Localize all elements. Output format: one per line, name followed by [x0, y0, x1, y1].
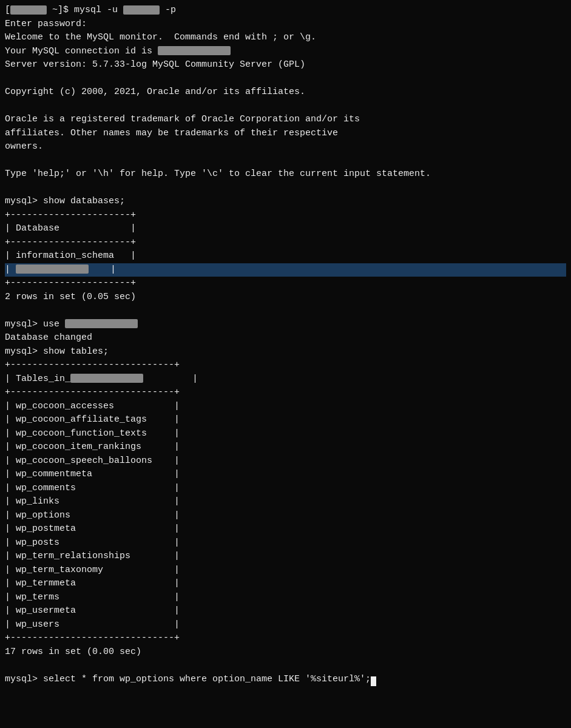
oracle-line-1: Oracle is a registered trademark of Orac… [5, 113, 566, 127]
redacted-connection-id [158, 46, 231, 55]
command-line: [ ~]$ mysql -u -p [5, 4, 566, 18]
table-row-03: | wp_cocoon_function_texts | [5, 427, 566, 441]
table-row-16: | wp_usermeta | [5, 604, 566, 618]
copyright-line: Copyright (c) 2000, 2021, Oracle and/or … [5, 86, 566, 99]
db-header-line: | Database | [5, 222, 566, 236]
enter-password-line: Enter password: [5, 18, 566, 32]
terminal-wrapper: [ ~]$ mysql -u -p Enter password: Welcom… [0, 0, 571, 728]
empty-line-3 [5, 154, 566, 168]
terminal-cursor [371, 676, 376, 687]
table-row-06: | wp_commentmeta | [5, 468, 566, 482]
show-databases-cmd: mysql> show databases; [5, 195, 566, 209]
empty-line-6 [5, 659, 566, 673]
table-row-15: | wp_terms | [5, 591, 566, 605]
table-row-11: | wp_posts | [5, 536, 566, 550]
welcome-line: Welcome to the MySQL monitor. Commands e… [5, 31, 566, 45]
table-row-13: | wp_term_taxonomy | [5, 564, 566, 578]
table-row-01: | wp_cocoon_accesses | [5, 400, 566, 414]
db-row-info-schema: | information_schema | [5, 249, 566, 263]
use-cmd-line: mysql> use [5, 318, 566, 332]
tables-rows-count: 17 rows in set (0.00 sec) [5, 645, 566, 659]
redacted-username [10, 5, 47, 15]
tables-header-line: | Tables_in_ | [5, 372, 566, 386]
redacted-tables-db [70, 374, 143, 383]
db-sep-1: +----------------------+ [5, 209, 566, 223]
db-sep-2: +----------------------+ [5, 236, 566, 250]
select-cmd-line[interactable]: mysql> select * from wp_options where op… [5, 673, 566, 687]
table-row-08: | wp_links | [5, 495, 566, 509]
help-text-line: Type 'help;' or '\h' for help. Type '\c'… [5, 167, 566, 181]
table-row-05: | wp_cocoon_speech_balloons | [5, 454, 566, 468]
server-version-line: Server version: 5.7.33-log MySQL Communi… [5, 58, 566, 72]
empty-line-2 [5, 99, 566, 113]
db-row-redacted: | | [5, 263, 566, 277]
db-changed-line: Database changed [5, 331, 566, 345]
table-row-07: | wp_comments | [5, 482, 566, 496]
show-tables-cmd: mysql> show tables; [5, 345, 566, 359]
table-row-12: | wp_term_relationships | [5, 550, 566, 564]
tables-sep-3: +------------------------------+ [5, 632, 566, 645]
db-sep-3: +----------------------+ [5, 277, 566, 291]
table-row-14: | wp_termmeta | [5, 577, 566, 591]
redacted-use-db [65, 319, 138, 328]
tables-sep-1: +------------------------------+ [5, 359, 566, 372]
oracle-line-2: affiliates. Other names may be trademark… [5, 127, 566, 141]
empty-line-4 [5, 181, 566, 195]
connection-id-line: Your MySQL connection id is [5, 45, 566, 59]
redacted-db-name [16, 265, 89, 274]
table-row-10: | wp_postmeta | [5, 522, 566, 536]
table-row-04: | wp_cocoon_item_rankings | [5, 440, 566, 454]
redacted-dbuser [123, 5, 160, 15]
table-row-09: | wp_options | [5, 509, 566, 523]
db-rows-count: 2 rows in set (0.05 sec) [5, 291, 566, 305]
table-row-02: | wp_cocoon_affiliate_tags | [5, 413, 566, 427]
empty-line-5 [5, 304, 566, 318]
table-row-17: | wp_users | [5, 618, 566, 632]
empty-line-1 [5, 72, 566, 86]
oracle-line-3: owners. [5, 140, 566, 154]
tables-sep-2: +------------------------------+ [5, 386, 566, 400]
terminal-output[interactable]: [ ~]$ mysql -u -p Enter password: Welcom… [0, 0, 571, 728]
